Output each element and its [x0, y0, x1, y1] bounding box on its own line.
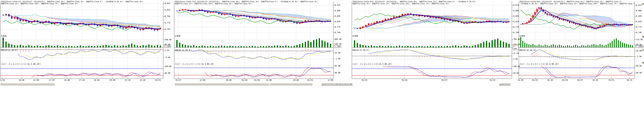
price-axis-tick: 8,810 — [636, 20, 642, 23]
price-axis-tick: 8,880 — [636, 9, 642, 12]
horizontal-scrollbar[interactable] — [270, 83, 312, 86]
indicator-label: 移動平均( Close, 75 ) — [61, 3, 78, 5]
indicator-label: 移動平均( Close, 40 ) — [47, 1, 64, 3]
volume-pane-label: 出来高 — [1, 35, 6, 37]
mini-toolbar-button[interactable]: L — [502, 83, 504, 86]
indicator-label: 一目均衡表( 9, 26, 52 ) — [457, 1, 476, 3]
macd-axis-tick: 16.00 — [335, 52, 340, 54]
macd-axis-tick: -1.00 — [636, 55, 642, 58]
indicator-label: 一目均衡表( 9, 26, 52 ) — [520, 3, 538, 5]
stoch-pane-label: スロー・ストキャスティクス( 14, 3, 80, 20 ) — [175, 63, 214, 65]
indicator-label: 移動平均( Close, 75 ) — [234, 3, 252, 5]
pane-restore-button[interactable] — [642, 49, 644, 51]
macd-axis-tick: -1.00 — [335, 58, 340, 60]
mini-toolbar-button[interactable]: P — [344, 83, 347, 86]
mini-toolbar-button[interactable]: M — [350, 83, 352, 86]
pane-restore-button[interactable] — [642, 62, 644, 64]
macd-pane-label: MACD( 12, 26, 9 ) — [519, 49, 536, 51]
indicator-label: 移動平均( Close, 40 ) — [400, 1, 417, 3]
indicator-label: 移動平均( Close, 25 ) — [352, 3, 370, 5]
macd-pane-label: MACD( 12, 26, 9 ) — [175, 49, 192, 51]
chart-window: 日経225mini 12/03( 60分, 2012/01/23 - 2012/… — [519, 0, 644, 87]
mini-toolbar-button[interactable]: L — [324, 83, 327, 86]
price-axis-tick: 8,845 — [513, 15, 519, 17]
stoch-pane-label: スロー・ストキャスティクス( 14, 3, 80, 20 ) — [1, 63, 40, 65]
chart-header-line1: 日経225mini 12/03( 60分, 2012/01/23 - 2012/… — [520, 1, 634, 3]
volume-multiplier-box: × 100 — [513, 45, 518, 50]
chart-title: 日経225mini 12/03( 30分, 2012/01/23 - 2012/… — [352, 1, 398, 3]
price-axis-tick: 8,915 — [636, 4, 642, 6]
indicator-label: 移動平均( Close, 40 ) — [222, 1, 240, 3]
time-axis-tick: 12:00 — [328, 79, 333, 81]
price-axis-tick: 8,880 — [513, 9, 519, 12]
price-axis-tick: 8,915 — [335, 4, 340, 6]
pane-restore-button[interactable] — [642, 35, 644, 38]
volume-multiplier-box: × 100 — [164, 45, 171, 48]
mini-toolbar-button[interactable]: ◢ — [321, 83, 324, 86]
volume-multiplier-box: × 1000 — [636, 45, 643, 48]
time-axis-tick: 01/27 — [577, 79, 583, 81]
indicator-label: 移動平均( Close, 75 ) — [412, 3, 430, 5]
chart-title: 日経225mini 12/03( 60分, 2012/01/23 - 2012/… — [520, 1, 564, 3]
volume-axis-tick: 700.00 — [513, 38, 520, 40]
pane-restore-button[interactable] — [642, 3, 644, 5]
horizontal-scrollbar[interactable] — [175, 83, 269, 86]
price-chart-canvas[interactable] — [519, 0, 644, 87]
price-axis-tick: 8,740 — [335, 31, 340, 34]
macd-pane-label: MACD( 12, 26, 9 ) — [1, 49, 18, 51]
mini-toolbar-button[interactable]: ⊥ — [508, 83, 510, 86]
stoch-axis-tick: 40.00 — [513, 72, 519, 74]
mini-toolbar-button[interactable]: ⌐ — [327, 83, 330, 86]
indicator-label: 移動平均( Close, 20 ) — [419, 1, 437, 3]
indicator-label: 移動平均( Close, 75 ) — [41, 3, 58, 5]
time-axis-tick: 01/31 — [608, 79, 614, 81]
mini-toolbar-button[interactable]: ⌐ — [333, 83, 336, 86]
indicator-label: 移動平均( Close, 75 ) — [620, 3, 634, 5]
indicator-label: 移動平均( Close, 10 ) — [1, 3, 18, 5]
time-axis-tick: 16:15 — [626, 79, 632, 81]
macd-axis-tick: 26.00 — [636, 50, 642, 52]
price-axis-tick: 8,835 — [164, 2, 170, 4]
mini-toolbar-button[interactable]: ⌐ — [504, 83, 508, 86]
time-axis-tick: 12:00 — [266, 79, 272, 81]
mini-toolbar-button[interactable]: ⊥ — [330, 83, 333, 86]
mini-toolbar-button[interactable]: L — [341, 83, 344, 86]
time-axis-tick: 01/28 — [242, 79, 247, 81]
mini-toolbar-button[interactable]: ◎ — [347, 83, 350, 86]
mini-toolbar-button[interactable]: P — [338, 83, 341, 86]
time-axis-tick: 01/31 — [155, 79, 161, 81]
time-axis-tick: 16:30 — [592, 79, 598, 81]
price-chart-canvas[interactable] — [174, 0, 351, 87]
chart-header-line1: 日経225mini 12/03( 30分, 2012/01/23 - 2012/… — [352, 1, 512, 3]
indicator-label: 移動平均( Close, 40 ) — [567, 1, 584, 3]
chart-window: 日経225mini 12/03( 5分, 2012/01/27 - 2012/0… — [0, 0, 173, 87]
time-axis-tick: 18:40 — [94, 79, 100, 81]
macd-axis-tick: -4.00 — [164, 56, 170, 59]
indicator-label: 移動平均( Close, 75 ) — [600, 3, 618, 5]
mini-toolbar-button[interactable]: N — [336, 83, 338, 86]
indicator-label: 移動平均( Close, 10 ) — [560, 3, 577, 5]
indicator-label: 移動平均( Close, 5 ) — [86, 1, 102, 3]
chart-title: 日経225mini 12/03( 5分, 2012/01/27 - 2012/0… — [1, 1, 45, 3]
volume-multiplier-box: × 100 — [334, 45, 341, 48]
time-axis-tick: 12:00 — [200, 79, 205, 81]
chart-header-line1: 日経225mini 12/03( 5分, 2012/01/27 - 2012/0… — [1, 1, 163, 3]
macd-pane-label: MACD( 12, 26, 9 ) — [352, 49, 369, 51]
price-chart-canvas[interactable] — [0, 0, 173, 87]
chart-header-line1: 日経225mini 12/03( 15分, 2012/01/23 - 2012/… — [175, 1, 333, 3]
mini-toolbar-button[interactable]: ◢ — [499, 83, 502, 86]
time-axis-tick: 01/26 — [402, 79, 407, 81]
volume-axis-tick: 240.00 — [164, 39, 171, 41]
chart-header-line2: 移動平均( Close, 25 )移動平均( Close, 10 )移動平均( … — [352, 3, 512, 5]
time-axis-tick: 10:40 — [19, 79, 24, 81]
indicator-label: 移動平均( Close, 10 ) — [372, 3, 390, 5]
price-chart-canvas[interactable] — [352, 0, 518, 87]
price-axis-tick: 8,880 — [335, 9, 340, 12]
volume-axis-tick: 185.00 — [335, 43, 342, 45]
stoch-pane-label: スロー・ストキャスティクス( 14, 3, 80, 20 ) — [352, 63, 392, 65]
time-axis-tick: 16:30 — [547, 79, 553, 81]
volume-pane-label: 出来高 — [175, 35, 180, 37]
horizontal-scrollbar[interactable] — [1, 83, 55, 86]
price-axis-tick: 8,795 — [164, 15, 170, 17]
chart-header-line2: 移動平均( Close, 10 )移動平均( Close, 150 )移動平均(… — [175, 3, 333, 5]
